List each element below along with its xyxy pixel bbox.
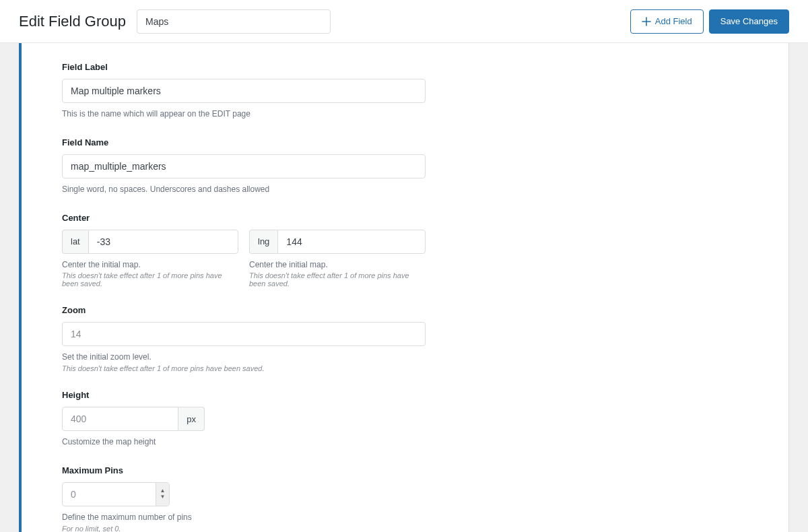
center-lng-help2: This doesn't take effect after 1 of more… bbox=[249, 271, 426, 288]
height-heading: Height bbox=[62, 390, 452, 400]
center-heading: Center bbox=[62, 213, 452, 223]
field-label-heading: Field Label bbox=[62, 62, 452, 72]
max-pins-input[interactable] bbox=[62, 482, 170, 506]
field-label-input[interactable] bbox=[62, 79, 426, 103]
field-settings-panel: Field Label This is the name which will … bbox=[22, 43, 789, 532]
field-name-input[interactable] bbox=[62, 154, 426, 178]
px-addon: px bbox=[178, 407, 205, 431]
save-changes-label: Save Changes bbox=[720, 16, 778, 26]
center-lng-group: lng bbox=[249, 230, 426, 254]
field-label-row: Field Label This is the name which will … bbox=[62, 62, 452, 120]
center-lat-input[interactable] bbox=[88, 230, 238, 254]
center-lat-help: Center the initial map. bbox=[62, 259, 238, 271]
save-changes-button[interactable]: Save Changes bbox=[709, 9, 789, 34]
height-input[interactable] bbox=[62, 407, 178, 431]
zoom-help: Set the initial zoom level. bbox=[62, 352, 452, 363]
max-pins-heading: Maximum Pins bbox=[62, 465, 452, 475]
number-spinner[interactable]: ▲ ▼ bbox=[156, 483, 169, 506]
lat-addon: lat bbox=[62, 230, 88, 254]
group-name-input[interactable] bbox=[137, 9, 331, 34]
field-name-help: Single word, no spaces. Underscores and … bbox=[62, 184, 452, 195]
add-field-label: Add Field bbox=[655, 16, 692, 26]
add-field-button[interactable]: Add Field bbox=[630, 9, 704, 34]
page-title: Edit Field Group bbox=[19, 13, 126, 30]
field-label-help: This is the name which will appear on th… bbox=[62, 108, 452, 120]
center-lng-input[interactable] bbox=[277, 230, 426, 254]
lng-addon: lng bbox=[249, 230, 277, 254]
center-lat-help2: This doesn't take effect after 1 of more… bbox=[62, 271, 238, 288]
center-lng-help: Center the initial map. bbox=[249, 259, 426, 271]
height-row: Height px Customize the map height bbox=[62, 390, 452, 448]
plus-icon bbox=[642, 17, 651, 26]
spinner-up-icon: ▲ bbox=[160, 488, 166, 494]
spinner-down-icon: ▼ bbox=[160, 494, 166, 500]
zoom-help2: This doesn't take effect after 1 of more… bbox=[62, 364, 452, 372]
center-lat-group: lat bbox=[62, 230, 238, 254]
height-help: Customize the map height bbox=[62, 436, 452, 448]
height-group: px bbox=[62, 407, 205, 431]
header-bar: Edit Field Group Add Field Save Changes bbox=[0, 0, 808, 43]
max-pins-help2: For no limit, set 0. bbox=[62, 525, 452, 532]
zoom-row: Zoom Set the initial zoom level. This do… bbox=[62, 305, 452, 372]
zoom-input[interactable] bbox=[62, 322, 426, 346]
zoom-heading: Zoom bbox=[62, 305, 452, 315]
center-row: Center lat Center the initial map. This … bbox=[62, 213, 452, 288]
max-pins-help: Define the maximum number of pins bbox=[62, 512, 452, 523]
field-name-row: Field Name Single word, no spaces. Under… bbox=[62, 137, 452, 195]
max-pins-row: Maximum Pins ▲ ▼ Define the maximum numb… bbox=[62, 465, 452, 532]
field-name-heading: Field Name bbox=[62, 137, 452, 147]
